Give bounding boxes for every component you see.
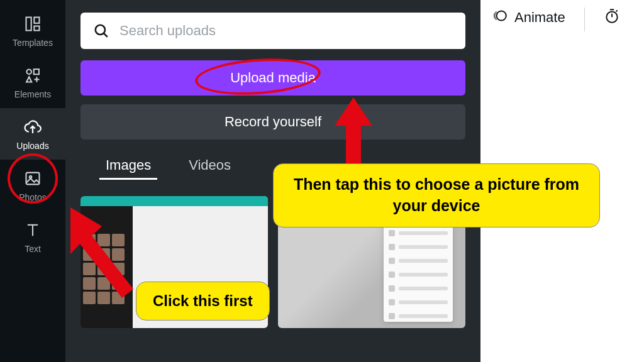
svg-point-13	[96, 25, 105, 35]
search-box[interactable]	[80, 13, 465, 49]
svg-rect-0	[26, 18, 31, 31]
sidebar-item-text[interactable]: Text	[0, 211, 65, 263]
upload-thumbnail[interactable]	[80, 196, 268, 328]
svg-rect-1	[34, 18, 39, 23]
media-tabs: Images Videos	[80, 157, 465, 180]
animate-label: Animate	[514, 9, 565, 26]
text-icon	[23, 220, 43, 240]
svg-rect-9	[26, 173, 40, 185]
sidebar-item-uploads[interactable]: Uploads	[0, 108, 65, 160]
svg-line-19	[616, 10, 617, 11]
upload-thumbnail[interactable]	[278, 196, 465, 328]
sidebar-item-label: Text	[25, 244, 41, 254]
svg-rect-2	[34, 26, 39, 31]
svg-point-15	[497, 11, 506, 20]
svg-point-16	[606, 12, 617, 23]
photos-icon	[23, 168, 43, 189]
sidebar-item-label: Elements	[14, 89, 51, 99]
record-yourself-button[interactable]: Record yourself	[80, 104, 465, 140]
uploaded-thumbnails	[80, 196, 465, 328]
timing-button[interactable]	[604, 8, 620, 28]
sidebar-item-label: Photos	[19, 192, 47, 202]
svg-point-3	[26, 69, 31, 74]
top-toolbar: Animate	[480, 0, 644, 362]
toolbar-divider	[584, 8, 585, 31]
sidebar-item-elements[interactable]: Elements	[0, 57, 65, 108]
uploads-panel: Upload media Record yourself Images Vide…	[65, 0, 480, 362]
animate-icon	[492, 8, 508, 28]
tab-images[interactable]: Images	[106, 157, 151, 180]
search-icon	[93, 23, 109, 39]
elements-icon	[23, 65, 43, 85]
tab-videos[interactable]: Videos	[189, 157, 231, 180]
sidebar-item-label: Uploads	[16, 141, 48, 151]
sidebar-item-label: Templates	[13, 38, 53, 48]
sidebar: Templates Elements Uploads	[0, 0, 65, 362]
upload-media-button[interactable]: Upload media	[80, 60, 465, 96]
sidebar-item-photos[interactable]: Photos	[0, 160, 65, 211]
svg-marker-5	[26, 77, 31, 82]
search-input[interactable]	[119, 23, 453, 39]
templates-icon	[23, 14, 43, 34]
svg-line-14	[104, 33, 108, 37]
stopwatch-icon	[604, 8, 620, 28]
sidebar-item-templates[interactable]: Templates	[0, 5, 65, 57]
animate-button[interactable]: Animate	[492, 8, 565, 28]
svg-rect-4	[34, 69, 39, 74]
uploads-icon	[23, 117, 43, 137]
